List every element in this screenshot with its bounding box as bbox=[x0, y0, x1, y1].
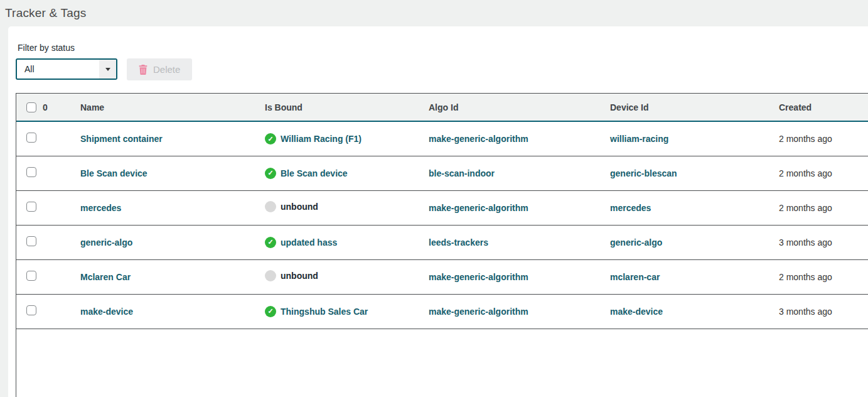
row-checkbox-cell bbox=[16, 294, 72, 329]
bound-status-icon: ✓ bbox=[265, 237, 276, 248]
selected-count: 0 bbox=[43, 102, 48, 112]
trackers-table: 0 Name Is Bound Algo Id Device Id Create… bbox=[16, 94, 868, 329]
created-cell: 2 months ago bbox=[770, 259, 868, 294]
algo-id-cell: ble-scan-indoor bbox=[420, 156, 601, 190]
column-header-device-id: Device Id bbox=[601, 94, 770, 121]
device-id-cell: generic-algo bbox=[601, 225, 770, 259]
row-checkbox-cell bbox=[16, 259, 72, 294]
created-cell: 2 months ago bbox=[770, 121, 868, 156]
table-row: make-device ✓ Thingshub Sales Car make-g… bbox=[16, 294, 868, 329]
tracker-name-link[interactable]: mercedes bbox=[80, 203, 121, 213]
row-checkbox-cell bbox=[16, 121, 72, 156]
algo-id-cell: leeds-trackers bbox=[420, 225, 601, 259]
row-checkbox-cell bbox=[16, 156, 72, 190]
algo-id-link[interactable]: ble-scan-indoor bbox=[429, 168, 495, 178]
created-text: 2 months ago bbox=[779, 168, 832, 178]
select-arrow-zone[interactable] bbox=[99, 60, 116, 79]
device-id-cell: make-device bbox=[601, 294, 770, 329]
filter-by-status-label: Filter by status bbox=[18, 43, 868, 53]
table-row: Ble Scan device ✓ Ble Scan device ble-sc… bbox=[16, 156, 868, 190]
row-checkbox-cell bbox=[16, 190, 72, 225]
created-text: 3 months ago bbox=[779, 237, 832, 247]
device-id-link[interactable]: make-device bbox=[610, 307, 663, 317]
device-id-cell: mercedes bbox=[601, 190, 770, 225]
row-checkbox[interactable] bbox=[26, 133, 36, 143]
row-checkbox[interactable] bbox=[26, 305, 36, 315]
content-card: Filter by status All Delete bbox=[8, 26, 868, 397]
tracker-name-link[interactable]: generic-algo bbox=[80, 237, 132, 247]
is-bound-cell: unbound bbox=[256, 190, 420, 225]
name-cell: mercedes bbox=[72, 190, 256, 225]
algo-id-link[interactable]: make-generic-algorithm bbox=[429, 203, 528, 213]
column-header-created: Created bbox=[770, 94, 868, 121]
column-header-is-bound: Is Bound bbox=[256, 94, 420, 121]
device-id-cell: mclaren-car bbox=[601, 259, 770, 294]
algo-id-link[interactable]: make-generic-algorithm bbox=[429, 272, 528, 282]
row-checkbox[interactable] bbox=[26, 271, 36, 281]
toolbar: All Delete bbox=[16, 58, 868, 80]
row-checkbox[interactable] bbox=[26, 167, 36, 177]
bound-label[interactable]: Thingshub Sales Car bbox=[281, 307, 368, 317]
device-id-link[interactable]: generic-blescan bbox=[610, 168, 677, 178]
bound-status-icon: ✓ bbox=[265, 306, 276, 317]
column-header-name: Name bbox=[72, 94, 256, 121]
table-row: Shipment container ✓ William Racing (F1)… bbox=[16, 121, 868, 156]
delete-button-label: Delete bbox=[153, 64, 180, 75]
is-bound-cell: ✓ updated hass bbox=[256, 225, 420, 259]
name-cell: Ble Scan device bbox=[72, 156, 256, 190]
tracker-name-link[interactable]: Mclaren Car bbox=[80, 272, 131, 282]
tracker-name-link[interactable]: Shipment container bbox=[80, 134, 163, 144]
device-id-link[interactable]: mclaren-car bbox=[610, 272, 660, 282]
created-cell: 2 months ago bbox=[770, 190, 868, 225]
device-id-link[interactable]: william-racing bbox=[610, 134, 668, 144]
bound-label: unbound bbox=[281, 271, 318, 281]
name-cell: Mclaren Car bbox=[72, 259, 256, 294]
created-text: 3 months ago bbox=[779, 307, 832, 317]
row-checkbox[interactable] bbox=[26, 202, 36, 212]
is-bound-cell: ✓ William Racing (F1) bbox=[256, 121, 420, 156]
select-all-header-cell: 0 bbox=[16, 94, 72, 121]
trackers-table-container: 0 Name Is Bound Algo Id Device Id Create… bbox=[16, 93, 868, 397]
created-text: 2 months ago bbox=[779, 134, 832, 144]
bound-label[interactable]: Ble Scan device bbox=[281, 168, 348, 178]
caret-down-icon bbox=[105, 68, 110, 71]
page-title: Tracker & Tags bbox=[5, 6, 87, 20]
row-checkbox[interactable] bbox=[26, 236, 36, 246]
table-row: generic-algo ✓ updated hass leeds-tracke… bbox=[16, 225, 868, 259]
device-id-link[interactable]: mercedes bbox=[610, 203, 651, 213]
tracker-name-link[interactable]: make-device bbox=[80, 307, 133, 317]
tracker-name-link[interactable]: Ble Scan device bbox=[80, 168, 147, 178]
column-header-algo-id: Algo Id bbox=[420, 94, 601, 121]
algo-id-link[interactable]: make-generic-algorithm bbox=[429, 134, 528, 144]
created-cell: 2 months ago bbox=[770, 156, 868, 190]
device-id-link[interactable]: generic-algo bbox=[610, 237, 662, 247]
table-body: Shipment container ✓ William Racing (F1)… bbox=[16, 121, 868, 329]
bound-status-icon: ✓ bbox=[265, 133, 276, 144]
bound-status-icon: ✓ bbox=[265, 168, 276, 179]
delete-button[interactable]: Delete bbox=[127, 58, 192, 80]
top-bar: Tracker & Tags bbox=[0, 0, 868, 26]
created-text: 2 months ago bbox=[779, 272, 832, 282]
bound-status-icon bbox=[265, 270, 276, 281]
device-id-cell: william-racing bbox=[601, 121, 770, 156]
device-id-cell: generic-blescan bbox=[601, 156, 770, 190]
algo-id-cell: make-generic-algorithm bbox=[420, 190, 601, 225]
select-all-checkbox[interactable] bbox=[26, 102, 36, 112]
algo-id-cell: make-generic-algorithm bbox=[420, 259, 601, 294]
bound-status-icon bbox=[265, 201, 276, 212]
algo-id-cell: make-generic-algorithm bbox=[420, 121, 601, 156]
name-cell: make-device bbox=[72, 294, 256, 329]
status-filter-selected-value: All bbox=[17, 60, 99, 79]
bound-label[interactable]: updated hass bbox=[281, 237, 337, 247]
trash-icon bbox=[139, 65, 147, 75]
table-row: mercedes unbound make-generic-algorithm … bbox=[16, 190, 868, 225]
algo-id-link[interactable]: leeds-trackers bbox=[429, 237, 488, 247]
name-cell: Shipment container bbox=[72, 121, 256, 156]
is-bound-cell: ✓ Thingshub Sales Car bbox=[256, 294, 420, 329]
bound-label[interactable]: William Racing (F1) bbox=[281, 134, 362, 144]
table-header: 0 Name Is Bound Algo Id Device Id Create… bbox=[16, 94, 868, 121]
is-bound-cell: ✓ Ble Scan device bbox=[256, 156, 420, 190]
created-cell: 3 months ago bbox=[770, 294, 868, 329]
status-filter-select[interactable]: All bbox=[16, 58, 117, 80]
algo-id-link[interactable]: make-generic-algorithm bbox=[429, 307, 528, 317]
